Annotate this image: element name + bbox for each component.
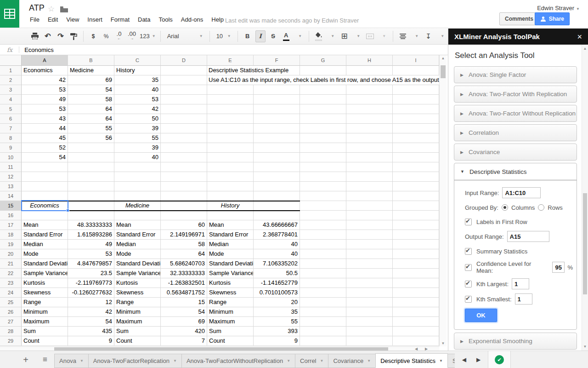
row-header-11[interactable]: 11 [0,162,22,172]
horizontal-scrollbar-thumb[interactable] [54,347,388,351]
cell-C4[interactable]: 53 [114,95,161,104]
cell-D1[interactable] [161,66,207,75]
cell-B4[interactable]: 58 [68,95,114,104]
account-menu[interactable]: Edwin Straver▼ [537,5,580,12]
cell-H10[interactable] [346,153,393,162]
sidebar-scrollbar[interactable]: ▲ ▼ [582,45,588,351]
column-header-F[interactable]: F [254,55,300,66]
cell-D28[interactable]: 420 [161,327,207,336]
cell-C8[interactable]: 55 [114,133,161,143]
sheet-tab-menu-icon[interactable]: ▼ [287,359,290,363]
cell-B28[interactable]: 435 [68,327,114,336]
kth-smallest-field[interactable] [515,293,532,305]
row-header-1[interactable]: 1 [0,66,22,75]
cell-A23[interactable]: Kurtosis [22,278,68,288]
cell-D15[interactable] [161,201,207,211]
cell-I13[interactable] [393,182,439,191]
kth-largest-field[interactable] [512,278,529,289]
cell-A4[interactable]: 49 [22,95,68,104]
select-all-corner[interactable] [0,55,22,66]
add-sheet-button[interactable]: + [18,351,33,368]
cell-A1[interactable]: Economics [22,66,68,75]
cell-F11[interactable] [254,162,300,172]
cell-G9[interactable] [300,143,346,153]
last-edit-status[interactable]: Last edit was made seconds ago by Edwin … [225,17,359,24]
cell-C15[interactable]: Medicine [114,201,161,211]
cell-F15[interactable] [254,201,300,211]
cell-G6[interactable] [300,114,346,124]
sheet-tab-menu-icon[interactable]: ▼ [320,359,324,363]
cell-H29[interactable] [346,336,393,346]
cell-D26[interactable]: 54 [161,307,207,317]
cell-C14[interactable] [114,191,161,201]
undo-button[interactable]: ↶ [43,30,53,42]
cell-E13[interactable] [207,182,254,191]
row-header-10[interactable]: 10 [0,153,22,162]
cell-C24[interactable]: Skewness [114,288,161,298]
cell-B10[interactable] [68,153,114,162]
cell-F7[interactable] [254,124,300,133]
cell-C16[interactable] [114,211,161,220]
cell-C17[interactable]: Mean [114,220,161,230]
font-size-select[interactable]: 10▼ [215,30,233,42]
cell-B12[interactable] [68,172,114,182]
cell-F23[interactable]: -1.141652779 [254,278,300,288]
row-header-28[interactable]: 28 [0,327,22,336]
cell-B17[interactable]: 48.33333333 [68,220,114,230]
tool-anova-single-factor[interactable]: ▶Anova: Single Factor [454,66,577,83]
menu-view[interactable]: View [62,15,83,25]
row-header-16[interactable]: 16 [0,211,22,220]
row-header-9[interactable]: 9 [0,143,22,153]
cell-I6[interactable] [393,114,439,124]
cell-D12[interactable] [161,172,207,182]
cell-C9[interactable]: 39 [114,143,161,153]
cell-I18[interactable] [393,230,439,240]
cell-C19[interactable]: Median [114,240,161,249]
row-header-20[interactable]: 20 [0,249,22,259]
cell-C6[interactable]: 50 [114,114,161,124]
star-icon[interactable]: ☆ [48,4,55,14]
columns-radio-label[interactable]: Columns [511,204,535,211]
decrease-decimal-button[interactable]: .0← [114,30,124,42]
column-header-C[interactable]: C [114,55,161,66]
cell-F14[interactable] [254,191,300,201]
sheets-logo-icon[interactable] [0,0,19,28]
cell-B14[interactable] [68,191,114,201]
cell-H18[interactable] [346,230,393,240]
cell-A29[interactable]: Count [22,336,68,346]
cell-F19[interactable]: 40 [254,240,300,249]
row-header-15[interactable]: 15 [0,201,22,211]
cell-F18[interactable]: 2.368778401 [254,230,300,240]
cell-A17[interactable]: Mean [22,220,68,230]
cell-I21[interactable] [393,259,439,269]
vertical-align-button[interactable]: ↧ [424,30,434,42]
cell-B9[interactable] [68,143,114,153]
cell-D18[interactable]: 2.149196971 [161,230,207,240]
borders-button[interactable]: ⊞ [339,30,350,42]
folder-icon[interactable] [60,6,68,14]
cell-C1[interactable]: History [114,66,161,75]
cell-G15[interactable] [300,201,346,211]
row-header-27[interactable]: 27 [0,317,22,327]
cell-A14[interactable] [22,191,68,201]
cell-F26[interactable]: 35 [254,307,300,317]
cell-A10[interactable]: 54 [22,153,68,162]
merge-cells-button[interactable] [365,30,375,42]
cell-B11[interactable] [68,162,114,172]
cell-E26[interactable]: Minimum [207,307,254,317]
row-header-29[interactable]: 29 [0,336,22,346]
cell-I20[interactable] [393,249,439,259]
row-header-17[interactable]: 17 [0,220,22,230]
cell-D3[interactable] [161,85,207,95]
cell-I11[interactable] [393,162,439,172]
cell-G22[interactable] [300,269,346,278]
rows-radio-label[interactable]: Rows [548,204,563,211]
cell-H21[interactable] [346,259,393,269]
row-header-8[interactable]: 8 [0,133,22,143]
cell-B7[interactable]: 55 [68,124,114,133]
cell-G17[interactable] [300,220,346,230]
row-header-7[interactable]: 7 [0,124,22,133]
cell-B1[interactable]: Medicine [68,66,114,75]
column-header-G[interactable]: G [300,55,346,66]
cell-A26[interactable]: Minimum [22,307,68,317]
